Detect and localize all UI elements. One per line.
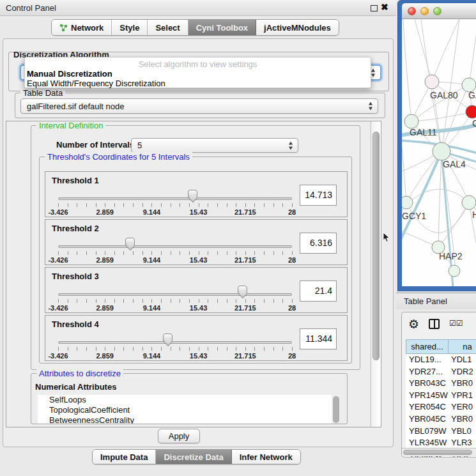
network-node[interactable] [425,75,439,89]
threshold-4-panel: Threshold 4 -3.426 2.859 9.144 15.43 21.… [45,315,348,361]
network-node[interactable] [433,142,450,160]
table-cell[interactable]: YDL1 [448,354,476,366]
bottom-tab-infer[interactable]: Infer Network [232,450,300,464]
slider-handle[interactable] [163,334,173,341]
column-header-name[interactable]: na [448,339,476,354]
tick-label: 2.859 [96,256,114,264]
window-close-button[interactable] [408,7,416,15]
window-zoom-button[interactable] [433,7,441,15]
table-cell[interactable]: YER054C [406,401,448,413]
list-item[interactable]: SelfLoops [38,395,332,405]
network-graph: GAL80 GA C GAL11 GAL4 GCY1 H HAP2 [402,19,476,286]
scrollbar-thumb[interactable] [372,132,380,360]
network-node[interactable] [404,114,418,128]
tick-label: 9.144 [143,208,161,216]
apply-button[interactable]: Apply [158,429,200,443]
table-cell[interactable]: YER0 [448,401,476,413]
tab-cyni-toolbox[interactable]: Cyni Toolbox [188,20,256,35]
threshold-2-slider[interactable]: -3.426 2.859 9.144 15.43 21.715 28 [58,236,292,266]
vertical-scrollbar[interactable] [371,121,381,427]
threshold-1-value-field[interactable]: 14.713 [300,185,337,206]
table-data-combobox[interactable]: galFiltered.sif default node [20,98,378,114]
slider-ticks [58,299,293,303]
table-row[interactable]: YPR145W YPR1 [406,390,476,402]
threshold-4-slider[interactable]: -3.426 2.859 9.144 15.43 21.715 28 [58,332,292,362]
threshold-3-value-field[interactable]: 21.4 [300,280,337,302]
threshold-1-label: Threshold 1 [52,176,99,185]
slider-handle[interactable] [238,286,247,293]
tick-label: 2.859 [96,208,114,216]
table-cell[interactable]: YDL19... [406,354,448,366]
tab-style[interactable]: Style [112,20,148,35]
table-cell[interactable]: YBL079W [406,426,448,438]
tab-jactivemnodules[interactable]: jActiveMNodules [256,20,339,35]
network-node-label: GAL4 [443,159,466,169]
num-intervals-label: Number of Intervals [56,140,134,150]
table-cell[interactable]: YBR045C [406,413,448,426]
checkboxes-icon[interactable]: ☑☑ [449,319,463,328]
horizontal-scrollbar[interactable] [402,448,476,456]
bottom-tab-impute-label: Impute Data [100,452,148,462]
network-node-label: GAL11 [410,127,437,137]
bottom-tab-bar: Impute Data Discretize Data Infer Networ… [92,449,301,464]
num-intervals-combobox[interactable]: 5 [131,138,298,153]
slider-track[interactable] [58,197,292,200]
table-row[interactable]: YBR045C YBR0 [406,413,476,426]
table-cell[interactable]: YBR043C [406,378,448,390]
table-cell[interactable]: YPR1 [448,390,476,402]
network-node[interactable] [462,196,476,210]
network-canvas[interactable]: GAL80 GA C GAL11 GAL4 GCY1 H HAP2 [402,19,476,286]
table-cell[interactable]: YLR3 [448,437,476,449]
list-scrollbar-thumb[interactable] [333,396,339,423]
tick-label: 15.43 [190,208,208,216]
float-window-icon[interactable] [371,5,378,12]
table-cell[interactable]: YBL0 [448,426,476,438]
dropdown-option-equal-width[interactable]: Equal Width/Frequency Discretization [27,79,165,88]
table-row[interactable]: YDL19... YDL1 [406,354,476,366]
list-item[interactable]: BetweennessCentrality [38,415,332,424]
table-row[interactable]: YDR27... YDR2 [406,366,476,378]
thresholds-group-title: Threshold's Coordinates for 5 Intervals [45,152,192,162]
tick-label: -3.426 [48,304,68,312]
slider-ticks [58,203,293,207]
dropdown-option-manual[interactable]: Manual Discretization [27,69,112,79]
column-header-shared[interactable]: shared... [406,339,448,354]
table-cell[interactable]: YDR2 [448,366,476,378]
threshold-4-value-field[interactable]: 11.344 [300,328,337,349]
close-icon[interactable]: ✖ [381,2,388,12]
scrollbar-thumb[interactable] [403,450,472,455]
threshold-1-slider[interactable]: -3.426 2.859 9.144 15.43 21.715 28 [58,188,292,218]
tick-label: -3.426 [48,256,68,264]
table-cell[interactable]: YLR345W [406,437,448,449]
gear-icon[interactable]: ⚙ [408,317,419,332]
table-row[interactable]: YLR345W YLR3 [406,437,476,449]
list-item[interactable]: TopologicalCoefficient [38,405,332,415]
network-window-titlebar[interactable] [402,3,476,19]
table-cell[interactable]: YBR0 [448,378,476,390]
threshold-3-slider[interactable]: -3.426 2.859 9.144 15.43 21.715 28 [58,284,292,314]
network-node[interactable] [449,265,460,277]
bottom-tab-discretize[interactable]: Discretize Data [156,450,231,464]
slider-track[interactable] [58,293,292,296]
network-node-selected[interactable] [466,105,476,118]
slider-handle[interactable] [125,238,135,245]
threshold-2-value-field[interactable]: 6.316 [300,233,337,254]
tab-network[interactable]: Network [52,20,112,35]
table-cell[interactable]: YPR145W [406,390,448,402]
network-node[interactable] [402,196,413,209]
window-minimize-button[interactable] [420,7,429,15]
table-cell[interactable]: YBR0 [448,413,476,426]
slider-track[interactable] [58,341,292,344]
table-cell[interactable]: YDR27... [406,366,448,378]
control-panel-titlebar: Control Panel ✖ [0,0,396,16]
table-row[interactable]: YER054C YER0 [406,401,476,413]
columns-icon[interactable] [429,319,440,329]
table-row[interactable]: YBR043C YBR0 [406,378,476,390]
bottom-tab-impute[interactable]: Impute Data [93,450,156,464]
num-intervals-value: 5 [137,141,142,150]
slider-handle[interactable] [188,190,197,197]
tab-select[interactable]: Select [148,20,188,35]
thresholds-group: Threshold's Coordinates for 5 Intervals … [39,157,352,364]
table-row[interactable]: YBL079W YBL0 [406,426,476,438]
slider-track[interactable] [58,245,292,248]
